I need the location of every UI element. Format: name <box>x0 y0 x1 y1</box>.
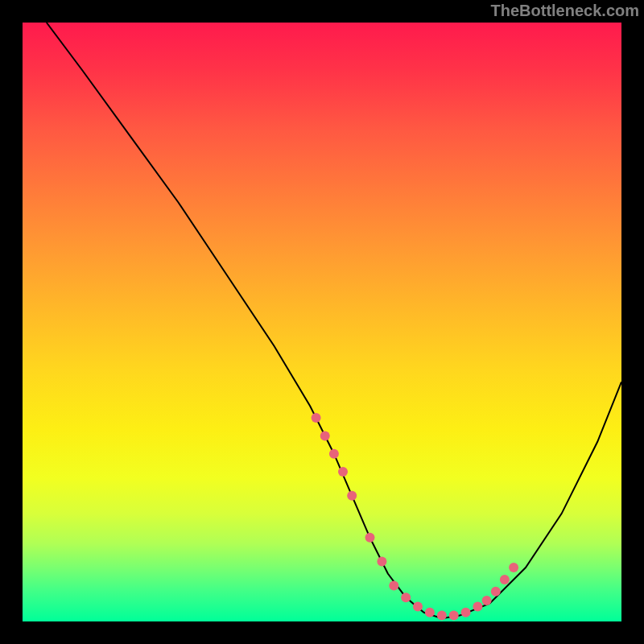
data-marker <box>347 491 357 501</box>
data-marker <box>491 587 501 597</box>
watermark-text: TheBottleneck.com <box>491 2 639 20</box>
data-marker <box>509 563 518 572</box>
data-marker <box>312 413 321 423</box>
data-marker <box>320 431 330 440</box>
data-marker <box>449 611 459 621</box>
data-marker <box>461 608 471 617</box>
data-marker <box>329 449 339 459</box>
data-marker <box>473 601 482 611</box>
data-marker <box>413 601 423 611</box>
data-marker <box>377 557 386 567</box>
data-marker <box>389 580 398 590</box>
chart-svg <box>23 23 621 621</box>
data-marker <box>338 467 348 477</box>
chart-plot-area <box>23 23 621 621</box>
data-marker <box>437 611 447 621</box>
data-markers <box>312 413 518 621</box>
bottleneck-curve <box>47 23 621 618</box>
data-marker <box>425 608 435 617</box>
data-marker <box>500 575 510 584</box>
data-marker <box>401 592 411 602</box>
data-marker <box>482 596 492 605</box>
data-marker <box>365 533 375 543</box>
